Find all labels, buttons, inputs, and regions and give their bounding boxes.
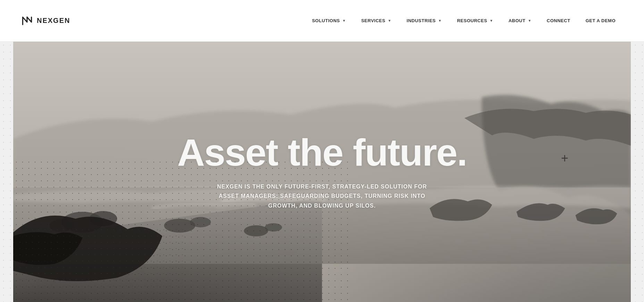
hero-subtext: NEXGEN IS THE ONLY FUTURE-FIRST, STRATEG… bbox=[215, 182, 430, 210]
nav-label-services: SERVICES bbox=[361, 18, 385, 23]
navbar: NEXGEN SOLUTIONS ▼ SERVICES ▼ INDUSTRIES… bbox=[0, 0, 644, 42]
logo-text: NEXGEN bbox=[37, 17, 70, 25]
nav-item-services[interactable]: SERVICES ▼ bbox=[353, 0, 399, 42]
nav-label-solutions: SOLUTIONS bbox=[312, 18, 340, 23]
chevron-down-icon-services: ▼ bbox=[388, 19, 391, 23]
demo-label: GET A DEMO bbox=[586, 18, 616, 23]
logo-link[interactable]: NEXGEN bbox=[21, 15, 70, 27]
nav-label-resources: RESOURCES bbox=[457, 18, 487, 23]
hero-section: Asset the future. NEXGEN IS THE ONLY FUT… bbox=[13, 42, 631, 302]
hero-headline: Asset the future. bbox=[177, 133, 467, 171]
nav-item-about[interactable]: ABOUT ▼ bbox=[501, 0, 539, 42]
nav-connect-link[interactable]: CONNECT bbox=[539, 0, 578, 42]
hero-content: Asset the future. NEXGEN IS THE ONLY FUT… bbox=[13, 42, 631, 302]
nav-label-industries: INDUSTRIES bbox=[407, 18, 436, 23]
connect-label: CONNECT bbox=[547, 18, 570, 23]
nav-label-about: ABOUT bbox=[509, 18, 526, 23]
nav-item-industries[interactable]: INDUSTRIES ▼ bbox=[399, 0, 449, 42]
nexgen-logo-icon bbox=[21, 15, 33, 27]
nav-get-demo-button[interactable]: GET A DEMO bbox=[578, 0, 623, 42]
navbar-nav: SOLUTIONS ▼ SERVICES ▼ INDUSTRIES ▼ RESO… bbox=[304, 0, 623, 42]
chevron-down-icon-solutions: ▼ bbox=[342, 19, 346, 23]
nav-item-resources[interactable]: RESOURCES ▼ bbox=[449, 0, 501, 42]
plus-icon: + bbox=[561, 151, 568, 166]
nav-item-solutions[interactable]: SOLUTIONS ▼ bbox=[304, 0, 354, 42]
chevron-down-icon-resources: ▼ bbox=[490, 19, 493, 23]
chevron-down-icon-industries: ▼ bbox=[438, 19, 442, 23]
chevron-down-icon-about: ▼ bbox=[528, 19, 531, 23]
